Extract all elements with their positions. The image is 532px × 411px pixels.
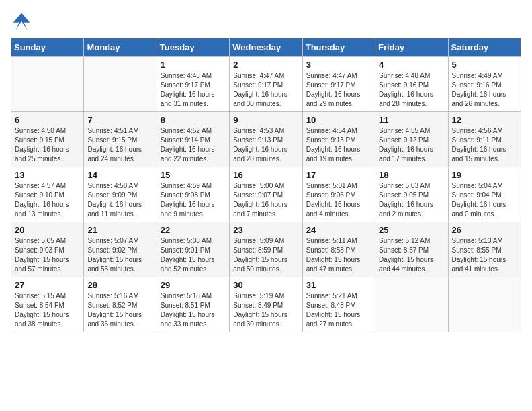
calendar-cell (448, 277, 521, 332)
day-number: 24 (306, 225, 371, 235)
calendar-cell (84, 57, 157, 112)
cell-info: Sunrise: 4:46 AMSunset: 9:17 PMDaylight:… (161, 72, 215, 107)
day-number: 6 (15, 115, 80, 125)
header-thursday: Thursday (302, 38, 375, 57)
calendar-cell: 15Sunrise: 4:59 AMSunset: 9:08 PMDayligh… (157, 167, 229, 222)
week-row-1: 1Sunrise: 4:46 AMSunset: 9:17 PMDaylight… (11, 57, 521, 112)
calendar-cell: 1Sunrise: 4:46 AMSunset: 9:17 PMDaylight… (157, 57, 229, 112)
calendar-cell: 14Sunrise: 4:58 AMSunset: 9:09 PMDayligh… (84, 167, 157, 222)
calendar-cell: 21Sunrise: 5:07 AMSunset: 9:02 PMDayligh… (84, 222, 157, 277)
header-sunday: Sunday (11, 38, 84, 57)
calendar-cell: 9Sunrise: 4:53 AMSunset: 9:13 PMDaylight… (230, 112, 302, 167)
day-number: 28 (87, 280, 152, 290)
calendar-cell: 28Sunrise: 5:16 AMSunset: 8:52 PMDayligh… (84, 277, 157, 332)
cell-info: Sunrise: 5:04 AMSunset: 9:04 PMDaylight:… (452, 182, 506, 218)
calendar-cell: 8Sunrise: 4:52 AMSunset: 9:14 PMDaylight… (157, 112, 229, 167)
day-number: 15 (161, 170, 226, 180)
logo (11, 11, 35, 32)
cell-info: Sunrise: 4:53 AMSunset: 9:13 PMDaylight:… (233, 127, 287, 163)
cell-info: Sunrise: 5:21 AMSunset: 8:48 PMDaylight:… (306, 292, 361, 328)
cell-info: Sunrise: 4:51 AMSunset: 9:15 PMDaylight:… (87, 127, 142, 163)
cell-info: Sunrise: 5:08 AMSunset: 9:01 PMDaylight:… (161, 237, 215, 273)
cell-info: Sunrise: 4:55 AMSunset: 9:12 PMDaylight:… (379, 127, 433, 163)
week-row-4: 20Sunrise: 5:05 AMSunset: 9:03 PMDayligh… (11, 222, 521, 277)
cell-info: Sunrise: 5:15 AMSunset: 8:54 PMDaylight:… (15, 292, 69, 328)
calendar-cell: 27Sunrise: 5:15 AMSunset: 8:54 PMDayligh… (11, 277, 84, 332)
calendar-table: SundayMondayTuesdayWednesdayThursdayFrid… (11, 38, 521, 332)
calendar-cell: 19Sunrise: 5:04 AMSunset: 9:04 PMDayligh… (448, 167, 521, 222)
calendar-cell: 2Sunrise: 4:47 AMSunset: 9:17 PMDaylight… (230, 57, 302, 112)
day-number: 14 (87, 170, 152, 180)
day-number: 26 (452, 225, 517, 235)
day-number: 13 (15, 170, 80, 180)
calendar-cell: 24Sunrise: 5:11 AMSunset: 8:58 PMDayligh… (302, 222, 375, 277)
day-number: 7 (87, 115, 152, 125)
calendar-cell: 13Sunrise: 4:57 AMSunset: 9:10 PMDayligh… (11, 167, 84, 222)
day-number: 31 (306, 280, 371, 290)
calendar-cell: 26Sunrise: 5:13 AMSunset: 8:55 PMDayligh… (448, 222, 521, 277)
day-number: 21 (87, 225, 152, 235)
day-number: 23 (233, 225, 298, 235)
cell-info: Sunrise: 5:07 AMSunset: 9:02 PMDaylight:… (87, 237, 142, 273)
cell-info: Sunrise: 4:56 AMSunset: 9:11 PMDaylight:… (452, 127, 506, 163)
header-tuesday: Tuesday (157, 38, 229, 57)
calendar-cell: 5Sunrise: 4:49 AMSunset: 9:16 PMDaylight… (448, 57, 521, 112)
cell-info: Sunrise: 5:11 AMSunset: 8:58 PMDaylight:… (306, 237, 361, 273)
cell-info: Sunrise: 5:12 AMSunset: 8:57 PMDaylight:… (379, 237, 433, 273)
logo-icon (11, 11, 32, 32)
day-number: 16 (233, 170, 298, 180)
header-row: SundayMondayTuesdayWednesdayThursdayFrid… (11, 38, 521, 57)
calendar-cell: 31Sunrise: 5:21 AMSunset: 8:48 PMDayligh… (302, 277, 375, 332)
cell-info: Sunrise: 5:13 AMSunset: 8:55 PMDaylight:… (452, 237, 506, 273)
day-number: 3 (306, 60, 371, 70)
header-friday: Friday (375, 38, 448, 57)
calendar-cell: 22Sunrise: 5:08 AMSunset: 9:01 PMDayligh… (157, 222, 229, 277)
cell-info: Sunrise: 5:05 AMSunset: 9:03 PMDaylight:… (15, 237, 69, 273)
calendar-cell: 11Sunrise: 4:55 AMSunset: 9:12 PMDayligh… (375, 112, 448, 167)
day-number: 19 (452, 170, 517, 180)
day-number: 11 (379, 115, 444, 125)
calendar-cell (11, 57, 84, 112)
day-number: 2 (233, 60, 298, 70)
day-number: 18 (379, 170, 444, 180)
calendar-cell: 17Sunrise: 5:01 AMSunset: 9:06 PMDayligh… (302, 167, 375, 222)
calendar-cell: 23Sunrise: 5:09 AMSunset: 8:59 PMDayligh… (230, 222, 302, 277)
cell-info: Sunrise: 5:00 AMSunset: 9:07 PMDaylight:… (233, 182, 287, 218)
day-number: 9 (233, 115, 298, 125)
cell-info: Sunrise: 4:49 AMSunset: 9:16 PMDaylight:… (452, 72, 506, 107)
header-wednesday: Wednesday (230, 38, 302, 57)
calendar-cell: 10Sunrise: 4:54 AMSunset: 9:13 PMDayligh… (302, 112, 375, 167)
header-monday: Monday (84, 38, 157, 57)
day-number: 22 (161, 225, 226, 235)
calendar-cell: 25Sunrise: 5:12 AMSunset: 8:57 PMDayligh… (375, 222, 448, 277)
cell-info: Sunrise: 4:54 AMSunset: 9:13 PMDaylight:… (306, 127, 361, 163)
cell-info: Sunrise: 5:19 AMSunset: 8:49 PMDaylight:… (233, 292, 287, 328)
page-header (11, 11, 521, 32)
header-saturday: Saturday (448, 38, 521, 57)
day-number: 1 (161, 60, 226, 70)
cell-info: Sunrise: 5:03 AMSunset: 9:05 PMDaylight:… (379, 182, 433, 218)
calendar-cell: 29Sunrise: 5:18 AMSunset: 8:51 PMDayligh… (157, 277, 229, 332)
cell-info: Sunrise: 5:09 AMSunset: 8:59 PMDaylight:… (233, 237, 287, 273)
calendar-cell: 7Sunrise: 4:51 AMSunset: 9:15 PMDaylight… (84, 112, 157, 167)
day-number: 17 (306, 170, 371, 180)
day-number: 20 (15, 225, 80, 235)
cell-info: Sunrise: 5:16 AMSunset: 8:52 PMDaylight:… (87, 292, 142, 328)
cell-info: Sunrise: 4:47 AMSunset: 9:17 PMDaylight:… (233, 72, 287, 107)
calendar-cell (375, 277, 448, 332)
day-number: 29 (161, 280, 226, 290)
calendar-cell: 3Sunrise: 4:47 AMSunset: 9:17 PMDaylight… (302, 57, 375, 112)
cell-info: Sunrise: 5:01 AMSunset: 9:06 PMDaylight:… (306, 182, 361, 218)
calendar-cell: 6Sunrise: 4:50 AMSunset: 9:15 PMDaylight… (11, 112, 84, 167)
day-number: 4 (379, 60, 444, 70)
calendar-cell: 12Sunrise: 4:56 AMSunset: 9:11 PMDayligh… (448, 112, 521, 167)
day-number: 30 (233, 280, 298, 290)
cell-info: Sunrise: 4:48 AMSunset: 9:16 PMDaylight:… (379, 72, 433, 107)
cell-info: Sunrise: 4:58 AMSunset: 9:09 PMDaylight:… (87, 182, 142, 218)
week-row-2: 6Sunrise: 4:50 AMSunset: 9:15 PMDaylight… (11, 112, 521, 167)
calendar-cell: 4Sunrise: 4:48 AMSunset: 9:16 PMDaylight… (375, 57, 448, 112)
cell-info: Sunrise: 4:57 AMSunset: 9:10 PMDaylight:… (15, 182, 69, 218)
day-number: 5 (452, 60, 517, 70)
day-number: 10 (306, 115, 371, 125)
day-number: 25 (379, 225, 444, 235)
